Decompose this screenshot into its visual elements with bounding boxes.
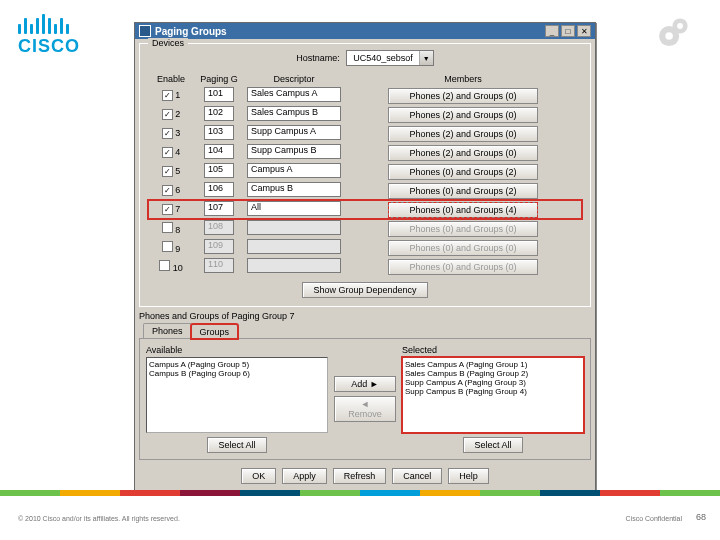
list-item[interactable]: Supp Campus A (Paging Group 3) <box>405 378 581 387</box>
maximize-button[interactable]: □ <box>561 25 575 37</box>
selected-listbox[interactable]: Sales Campus A (Paging Group 1)Sales Cam… <box>402 357 584 433</box>
code-input[interactable]: 108 <box>204 220 234 235</box>
table-row: ✓ 4104Supp Campus BPhones (2) and Groups… <box>148 143 582 162</box>
table-row: ✓ 5105Campus APhones (0) and Groups (2) <box>148 162 582 181</box>
available-label: Available <box>146 345 328 355</box>
help-button[interactable]: Help <box>448 468 489 484</box>
code-input[interactable]: 109 <box>204 239 234 254</box>
descriptor-input[interactable]: Campus A <box>247 163 341 178</box>
col-enable: Enable <box>148 72 194 86</box>
logo-text: CISCO <box>18 36 80 57</box>
svg-point-1 <box>677 23 683 29</box>
col-pgroup: Paging G <box>194 72 244 86</box>
table-row: 9109Phones (0) and Groups (0) <box>148 238 582 257</box>
dialog-buttons: OK Apply Refresh Cancel Help <box>135 462 595 492</box>
table-row: ✓ 3103Supp Campus APhones (2) and Groups… <box>148 124 582 143</box>
members-button[interactable]: Phones (2) and Groups (0) <box>388 88 538 104</box>
enable-checkbox[interactable]: ✓ <box>162 204 173 215</box>
subpanel-label: Phones and Groups of Paging Group 7 <box>139 311 595 321</box>
list-item[interactable]: Supp Campus B (Paging Group 4) <box>405 387 581 396</box>
code-input[interactable]: 110 <box>204 258 234 273</box>
select-all-right-button[interactable]: Select All <box>463 437 522 453</box>
enable-checkbox[interactable]: ✓ <box>162 185 173 196</box>
apply-button[interactable]: Apply <box>282 468 327 484</box>
members-button[interactable]: Phones (0) and Groups (0) <box>388 259 538 275</box>
tab-phones[interactable]: Phones <box>143 323 192 338</box>
copyright-text: © 2010 Cisco and/or its affiliates. All … <box>18 515 180 522</box>
code-input[interactable]: 105 <box>204 163 234 178</box>
descriptor-input[interactable]: Sales Campus B <box>247 106 341 121</box>
col-members: Members <box>344 72 582 86</box>
code-input[interactable]: 101 <box>204 87 234 102</box>
list-item[interactable]: Campus B (Paging Group 6) <box>149 369 325 378</box>
members-button[interactable]: Phones (0) and Groups (0) <box>388 221 538 237</box>
members-button[interactable]: Phones (2) and Groups (0) <box>388 145 538 161</box>
tab-groups[interactable]: Groups <box>191 324 239 339</box>
remove-button[interactable]: ◄ Remove <box>334 396 396 422</box>
enable-checkbox[interactable]: ✓ <box>162 166 173 177</box>
list-item[interactable]: Sales Campus A (Paging Group 1) <box>405 360 581 369</box>
descriptor-input[interactable]: Supp Campus B <box>247 144 341 159</box>
hostname-value: UC540_sebsof <box>347 53 419 63</box>
descriptor-input[interactable]: Supp Campus A <box>247 125 341 140</box>
table-row: ✓ 1101Sales Campus APhones (2) and Group… <box>148 86 582 105</box>
devices-panel: Devices Hostname: UC540_sebsof ▼ Enable … <box>139 43 591 307</box>
code-input[interactable]: 107 <box>204 201 234 216</box>
enable-checkbox[interactable] <box>162 222 173 233</box>
enable-checkbox[interactable]: ✓ <box>162 147 173 158</box>
table-row: ✓ 7107AllPhones (0) and Groups (4) <box>148 200 582 219</box>
confidential-text: Cisco Confidential <box>626 515 682 522</box>
descriptor-input[interactable] <box>247 239 341 254</box>
descriptor-input[interactable] <box>247 220 341 235</box>
minimize-button[interactable]: _ <box>545 25 559 37</box>
table-row: ✓ 6106Campus BPhones (0) and Groups (2) <box>148 181 582 200</box>
hostname-row: Hostname: UC540_sebsof ▼ <box>148 50 582 66</box>
svg-point-3 <box>665 32 673 40</box>
footer-accent-bar <box>0 490 720 496</box>
descriptor-input[interactable]: Sales Campus A <box>247 87 341 102</box>
window-icon <box>139 25 151 37</box>
selected-label: Selected <box>402 345 584 355</box>
code-input[interactable]: 102 <box>204 106 234 121</box>
titlebar: Paging Groups _ □ ✕ <box>135 23 595 39</box>
enable-checkbox[interactable]: ✓ <box>162 90 173 101</box>
enable-checkbox[interactable] <box>159 260 170 271</box>
enable-checkbox[interactable] <box>162 241 173 252</box>
table-row: 10110Phones (0) and Groups (0) <box>148 257 582 276</box>
code-input[interactable]: 104 <box>204 144 234 159</box>
descriptor-input[interactable]: All <box>247 201 341 216</box>
gear-icon <box>654 10 696 52</box>
table-row: 8108Phones (0) and Groups (0) <box>148 219 582 238</box>
hostname-label: Hostname: <box>296 53 340 63</box>
add-button[interactable]: Add ► <box>334 376 396 392</box>
close-button[interactable]: ✕ <box>577 25 591 37</box>
logo-bars <box>18 14 80 34</box>
table-row: ✓ 2102Sales Campus BPhones (2) and Group… <box>148 105 582 124</box>
code-input[interactable]: 103 <box>204 125 234 140</box>
window-title: Paging Groups <box>155 26 545 37</box>
select-all-left-button[interactable]: Select All <box>207 437 266 453</box>
members-button[interactable]: Phones (2) and Groups (0) <box>388 107 538 123</box>
list-item[interactable]: Campus A (Paging Group 5) <box>149 360 325 369</box>
enable-checkbox[interactable]: ✓ <box>162 128 173 139</box>
members-button[interactable]: Phones (0) and Groups (4) <box>388 202 538 218</box>
ok-button[interactable]: OK <box>241 468 276 484</box>
descriptor-input[interactable] <box>247 258 341 273</box>
members-button[interactable]: Phones (0) and Groups (2) <box>388 183 538 199</box>
descriptor-input[interactable]: Campus B <box>247 182 341 197</box>
enable-checkbox[interactable]: ✓ <box>162 109 173 120</box>
code-input[interactable]: 106 <box>204 182 234 197</box>
members-button[interactable]: Phones (0) and Groups (0) <box>388 240 538 256</box>
hostname-dropdown[interactable]: UC540_sebsof ▼ <box>346 50 434 66</box>
members-button[interactable]: Phones (2) and Groups (0) <box>388 126 538 142</box>
refresh-button[interactable]: Refresh <box>333 468 387 484</box>
chevron-down-icon[interactable]: ▼ <box>419 51 433 65</box>
show-group-dependency-button[interactable]: Show Group Dependency <box>302 282 427 298</box>
cancel-button[interactable]: Cancel <box>392 468 442 484</box>
cisco-logo: CISCO <box>18 14 80 57</box>
available-listbox[interactable]: Campus A (Paging Group 5)Campus B (Pagin… <box>146 357 328 433</box>
devices-legend: Devices <box>148 38 188 48</box>
members-button[interactable]: Phones (0) and Groups (2) <box>388 164 538 180</box>
list-item[interactable]: Sales Campus B (Paging Group 2) <box>405 369 581 378</box>
paging-groups-window: Paging Groups _ □ ✕ Devices Hostname: UC… <box>134 22 596 493</box>
